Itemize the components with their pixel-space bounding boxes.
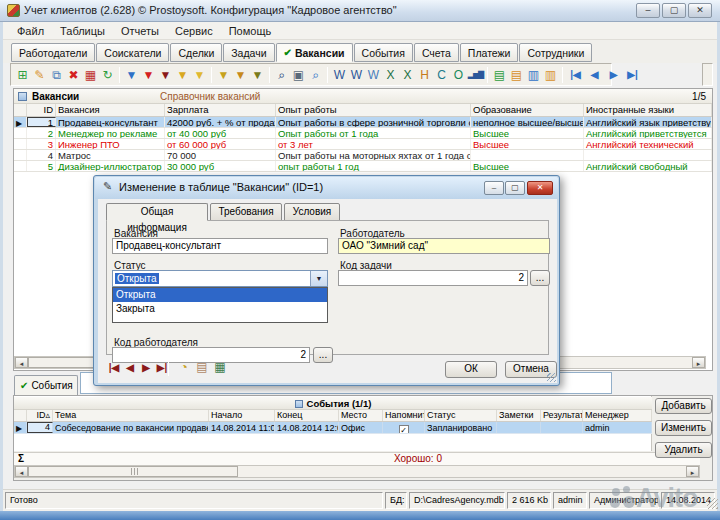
scroll-right-icon[interactable]: ▸ — [686, 466, 699, 477]
cell-experience[interactable]: от 3 лет — [276, 139, 471, 149]
tab-payments[interactable]: Платежи — [460, 43, 519, 62]
form-view-icon[interactable]: ▥ — [525, 65, 542, 85]
tab-vacancies[interactable]: ✔ Вакансии — [276, 43, 353, 62]
last-record-icon[interactable]: ▶| — [623, 65, 642, 85]
dialog-minimize-button[interactable]: – — [484, 181, 504, 195]
delete-record-icon[interactable]: ✖ — [65, 65, 82, 85]
cell-start[interactable]: 14.08.2014 11:00 — [209, 422, 275, 433]
col-salary[interactable]: Зарплата — [165, 104, 276, 116]
cell-id[interactable]: 1 — [27, 117, 56, 127]
dialog-close-button[interactable]: ✕ — [527, 181, 553, 195]
cell-salary[interactable]: от 40 000 руб — [165, 128, 276, 138]
dialog-maximize-button[interactable]: ▢ — [505, 181, 525, 195]
cell-education[interactable]: Высшее — [471, 139, 584, 149]
filter-exclude-icon[interactable]: ▼ — [157, 65, 174, 85]
next-record-icon[interactable]: ▶ — [138, 362, 154, 373]
add-event-button[interactable]: Добавить — [655, 398, 712, 414]
filter-clear-icon[interactable]: ▼ — [215, 65, 232, 85]
cell-vacancy[interactable]: Инженер ПТО — [56, 139, 165, 149]
cell-vacancy[interactable]: Дизайнер-иллюстратор — [56, 161, 165, 171]
export-word-merge-icon[interactable]: W — [365, 65, 382, 85]
task-code-field[interactable]: 2 — [338, 270, 528, 286]
row-selector[interactable]: ▶ — [14, 422, 27, 433]
col-notes[interactable]: Заметки — [497, 410, 541, 421]
tab-employers[interactable]: Работодатели — [11, 43, 95, 62]
status-combobox[interactable]: Открыта ▼ — [112, 270, 328, 287]
cell-experience[interactable]: опыт работы 1 год — [276, 161, 471, 171]
cell-remind[interactable]: ✓ — [383, 422, 425, 433]
dropdown-option-open[interactable]: Открыта — [113, 288, 327, 302]
cell-salary[interactable]: 30 000 руб — [165, 161, 276, 171]
title-bar[interactable]: Учет клиентов (2.628) © Prostoysoft. Кон… — [0, 0, 720, 22]
find-icon[interactable]: ⌕ — [273, 65, 290, 85]
row-selector[interactable] — [14, 161, 27, 171]
row-selector[interactable] — [14, 128, 27, 138]
scroll-right-icon[interactable]: ▸ — [692, 357, 705, 368]
table-row[interactable]: 4 Матрос 70 000 Опыт работы на моторных … — [14, 150, 712, 161]
menu-help[interactable]: Помощь — [221, 24, 280, 38]
col-remind[interactable]: Напомнить — [383, 410, 425, 421]
cell-languages[interactable]: Английский свободный — [584, 161, 712, 171]
col-start[interactable]: Начало — [209, 410, 275, 421]
dialog-title-bar[interactable]: ✎ Изменение в таблице "Вакансии" (ID=1) … — [95, 177, 558, 199]
cell-salary[interactable]: от 60 000 руб — [165, 139, 276, 149]
menu-file[interactable]: Файл — [9, 24, 52, 38]
resize-grip[interactable] — [707, 498, 718, 509]
remind-checkbox[interactable]: ✓ — [399, 425, 409, 433]
cell-place[interactable]: Офис — [339, 422, 383, 433]
cell-status[interactable]: Запланировано — [425, 422, 497, 433]
col-status[interactable]: Статус — [425, 410, 497, 421]
export-excel-template-icon[interactable]: X — [399, 65, 416, 85]
events-hscrollbar[interactable]: ◂ ▸ — [14, 465, 700, 478]
cell-languages[interactable]: Английский технический — [584, 139, 712, 149]
menu-reports[interactable]: Отчеты — [113, 24, 167, 38]
table-row[interactable]: 3 Инженер ПТО от 60 000 руб от 3 лет Выс… — [14, 139, 712, 150]
close-button[interactable]: ✕ — [688, 3, 712, 18]
filter-apply-icon[interactable]: ▼ — [191, 65, 208, 85]
cell-education[interactable]: Высшее — [471, 128, 584, 138]
cell-manager[interactable]: admin — [583, 422, 652, 433]
copy-record-icon[interactable]: ⧉ — [48, 65, 65, 85]
filter-edit-icon[interactable]: ▼ — [232, 65, 249, 85]
edit-event-button[interactable]: Изменить — [655, 420, 712, 436]
cell-salary[interactable]: 70 000 — [165, 150, 276, 160]
edit-record-icon[interactable]: ✎ — [31, 65, 48, 85]
cell-education[interactable] — [471, 150, 584, 160]
add-record-icon[interactable]: ⊞ — [14, 65, 31, 85]
vacancy-field[interactable]: Продавец-консультант — [112, 238, 328, 254]
export-writer-icon[interactable]: O — [450, 65, 467, 85]
delete-table-record-icon[interactable]: ▦ — [82, 65, 99, 85]
col-place[interactable]: Место — [339, 410, 383, 421]
event-row[interactable]: ▶ 4 Собеседование по вакансии продавец 1… — [14, 422, 652, 434]
row-selector[interactable] — [14, 150, 27, 160]
cell-experience[interactable]: Опыт работы от 1 года — [276, 128, 471, 138]
cell-end[interactable]: 14.08.2014 12:00 — [275, 422, 339, 433]
filter-by-selection-icon[interactable]: ▼ — [174, 65, 191, 85]
preview-icon[interactable]: ⌕ — [307, 65, 324, 85]
table-row[interactable]: ▶ 1 Продавец-консультант 42000 руб. + % … — [14, 117, 712, 128]
dialog-tab-general[interactable]: Общая информация — [106, 203, 208, 221]
col-experience[interactable]: Опыт работы — [276, 104, 471, 116]
export-word-template-icon[interactable]: W — [348, 65, 365, 85]
col-languages[interactable]: Иностранные языки — [584, 104, 712, 116]
row-selector[interactable]: ▶ — [14, 117, 27, 127]
cell-id[interactable]: 5 — [27, 161, 56, 171]
cell-id[interactable]: 3 — [27, 139, 56, 149]
first-record-icon[interactable]: |◀ — [106, 362, 122, 373]
table-row[interactable]: 5 Дизайнер-иллюстратор 30 000 руб опыт р… — [14, 161, 712, 172]
scrollbar-track[interactable] — [238, 466, 686, 477]
cell-theme[interactable]: Собеседование по вакансии продавец — [53, 422, 209, 433]
col-end[interactable]: Конец — [275, 410, 339, 421]
task-code-browse-button[interactable]: ... — [530, 270, 550, 286]
cell-experience[interactable]: Опыт работы на моторных яхтах от 1 года … — [276, 150, 471, 160]
scrollbar-thumb[interactable] — [28, 466, 238, 477]
maximize-button[interactable]: ▢ — [662, 3, 686, 18]
tab-applicants[interactable]: Соискатели — [96, 43, 169, 62]
refresh-icon[interactable]: ↻ — [99, 65, 116, 85]
clipboard-icon[interactable]: ▤ — [508, 65, 525, 85]
cell-salary[interactable]: 42000 руб. + % от продаж — [165, 117, 276, 127]
col-vacancy[interactable]: Вакансия — [56, 104, 165, 116]
ok-button[interactable]: ОК — [445, 361, 497, 378]
row-selector[interactable] — [14, 139, 27, 149]
col-education[interactable]: Образование — [471, 104, 584, 116]
